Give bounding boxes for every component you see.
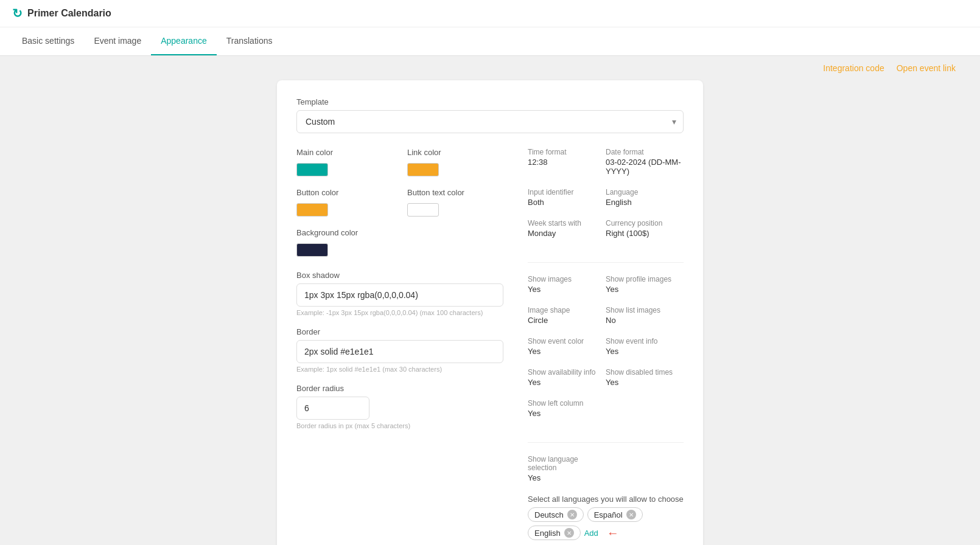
open-event-link[interactable]: Open event link bbox=[897, 63, 956, 73]
tab-appearance[interactable]: Appearance bbox=[151, 27, 217, 55]
show-images-label: Show images bbox=[528, 275, 606, 283]
app-logo: ↻ Primer Calendario bbox=[12, 6, 111, 21]
lang-tag-deutsch-label: Deutsch bbox=[534, 510, 564, 519]
tab-basic-settings[interactable]: Basic settings bbox=[12, 27, 84, 55]
date-format-col: Date format 03-02-2024 (DD-MM-YYYY) bbox=[606, 148, 684, 188]
bg-color-swatch[interactable] bbox=[296, 243, 328, 257]
info-row-2: Input identifier Both Language English bbox=[528, 188, 684, 219]
add-language-link[interactable]: Add bbox=[584, 529, 598, 538]
border-radius-input[interactable] bbox=[296, 397, 369, 420]
border-radius-group: Border radius Border radius in px (max 5… bbox=[296, 384, 503, 429]
week-starts-label: Week starts with bbox=[528, 219, 606, 227]
image-shape-value[interactable]: Circle bbox=[528, 316, 606, 325]
week-starts-value[interactable]: Monday bbox=[528, 229, 606, 238]
colors-grid: Main color Link color Button color Butto… bbox=[296, 148, 503, 259]
box-shadow-group: Box shadow Example: -1px 3px 15px rgba(0… bbox=[296, 271, 503, 316]
show-lang-sel-value[interactable]: Yes bbox=[528, 473, 606, 482]
language-item: Language English bbox=[606, 188, 684, 207]
show-event-info-col: Show event info Yes bbox=[606, 337, 684, 368]
language-col: Language English bbox=[606, 188, 684, 219]
button-color-swatch[interactable] bbox=[296, 203, 328, 217]
info-row-7: Show availability info Yes Show disabled… bbox=[528, 368, 684, 399]
link-color-swatch[interactable] bbox=[407, 163, 439, 176]
currency-label: Currency position bbox=[606, 219, 684, 227]
template-select-wrapper: Custom ▾ bbox=[296, 110, 684, 133]
show-list-label: Show list images bbox=[606, 306, 684, 314]
show-images-value[interactable]: Yes bbox=[528, 285, 606, 294]
show-event-info-value[interactable]: Yes bbox=[606, 347, 684, 356]
select-languages-group: Select all languages you will allow to c… bbox=[528, 495, 684, 540]
app-title: Primer Calendario bbox=[27, 8, 111, 19]
border-group: Border Example: 1px solid #e1e1e1 (max 3… bbox=[296, 327, 503, 373]
info-row-5: Image shape Circle Show list images No bbox=[528, 306, 684, 337]
lang-tag-espanol-close[interactable]: ✕ bbox=[626, 510, 636, 519]
right-column: Time format 12:38 Date format 03-02-2024… bbox=[528, 148, 684, 545]
card-columns: Main color Link color Button color Butto… bbox=[296, 148, 684, 545]
main-color-swatch[interactable] bbox=[296, 163, 328, 176]
input-id-label: Input identifier bbox=[528, 188, 606, 196]
select-languages-label: Select all languages you will allow to c… bbox=[528, 495, 684, 504]
show-event-info-label: Show event info bbox=[606, 337, 684, 345]
show-lang-sel-label: Show language selection bbox=[528, 455, 606, 472]
tab-event-image[interactable]: Event image bbox=[84, 27, 151, 55]
time-format-label: Time format bbox=[528, 148, 606, 156]
show-disabled-value[interactable]: Yes bbox=[606, 378, 684, 387]
currency-value[interactable]: Right (100$) bbox=[606, 229, 684, 238]
template-select[interactable]: Custom bbox=[296, 110, 684, 133]
empty-col bbox=[606, 399, 684, 430]
week-starts-item: Week starts with Monday bbox=[528, 219, 606, 238]
box-shadow-hint: Example: -1px 3px 15px rgba(0,0,0,0.04) … bbox=[296, 309, 503, 316]
show-event-color-col: Show event color Yes bbox=[528, 337, 606, 368]
show-left-col-value[interactable]: Yes bbox=[528, 409, 606, 418]
empty-col-2 bbox=[606, 455, 684, 495]
show-profile-item: Show profile images Yes bbox=[606, 275, 684, 294]
show-event-color-value[interactable]: Yes bbox=[528, 347, 606, 356]
link-color-field: Link color bbox=[407, 148, 503, 178]
show-list-value[interactable]: No bbox=[606, 316, 684, 325]
template-section: Template Custom ▾ bbox=[296, 97, 684, 133]
input-id-col: Input identifier Both bbox=[528, 188, 606, 219]
app-header: ↻ Primer Calendario bbox=[0, 0, 980, 27]
bg-color-field: Background color bbox=[296, 228, 393, 259]
language-value[interactable]: English bbox=[606, 198, 684, 207]
date-format-label: Date format bbox=[606, 148, 684, 156]
show-event-color-label: Show event color bbox=[528, 337, 606, 345]
show-avail-label: Show availability info bbox=[528, 368, 606, 377]
show-event-info-item: Show event info Yes bbox=[606, 337, 684, 356]
info-row-9: Show language selection Yes bbox=[528, 455, 684, 495]
time-format-col: Time format 12:38 bbox=[528, 148, 606, 188]
button-color-label: Button color bbox=[296, 188, 393, 197]
show-lang-sel-item: Show language selection Yes bbox=[528, 455, 606, 482]
border-input[interactable] bbox=[296, 340, 503, 363]
lang-tag-english-close[interactable]: ✕ bbox=[564, 528, 574, 538]
action-bar: Integration code Open event link bbox=[0, 56, 980, 80]
divider-1 bbox=[528, 262, 684, 263]
tab-translations[interactable]: Translations bbox=[217, 27, 282, 55]
lang-tag-deutsch-close[interactable]: ✕ bbox=[567, 510, 577, 519]
box-shadow-input[interactable] bbox=[296, 283, 503, 307]
show-list-item: Show list images No bbox=[606, 306, 684, 325]
lang-tag-english-label: English bbox=[534, 529, 561, 538]
button-text-color-swatch[interactable] bbox=[407, 203, 439, 217]
time-format-value[interactable]: 12:38 bbox=[528, 158, 606, 167]
image-shape-label: Image shape bbox=[528, 306, 606, 314]
integration-code-link[interactable]: Integration code bbox=[823, 63, 884, 73]
show-avail-value[interactable]: Yes bbox=[528, 378, 606, 387]
input-id-item: Input identifier Both bbox=[528, 188, 606, 207]
image-shape-item: Image shape Circle bbox=[528, 306, 606, 325]
show-event-color-item: Show event color Yes bbox=[528, 337, 606, 356]
show-images-item: Show images Yes bbox=[528, 275, 606, 294]
show-left-col-col: Show left column Yes bbox=[528, 399, 606, 430]
language-label: Language bbox=[606, 188, 684, 196]
date-format-value[interactable]: 03-02-2024 (DD-MM-YYYY) bbox=[606, 158, 684, 176]
lang-tag-english: English ✕ bbox=[528, 526, 581, 540]
info-row-8: Show left column Yes bbox=[528, 399, 684, 430]
image-shape-col: Image shape Circle bbox=[528, 306, 606, 337]
show-profile-value[interactable]: Yes bbox=[606, 285, 684, 294]
border-radius-label: Border radius bbox=[296, 384, 503, 393]
input-id-value[interactable]: Both bbox=[528, 198, 606, 207]
nav-tabs: Basic settings Event image Appearance Tr… bbox=[0, 27, 980, 55]
show-avail-col: Show availability info Yes bbox=[528, 368, 606, 399]
logo-icon: ↻ bbox=[12, 6, 23, 21]
info-row-6: Show event color Yes Show event info Yes bbox=[528, 337, 684, 368]
